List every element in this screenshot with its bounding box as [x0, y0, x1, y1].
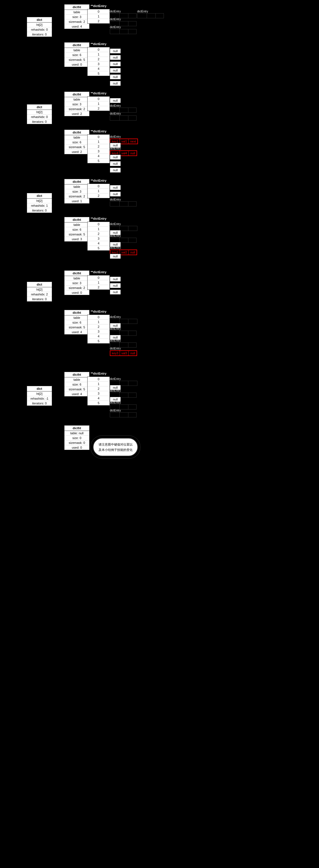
dict-title-7: dict	[27, 386, 52, 392]
dict7-row-1: ht[2]	[27, 392, 52, 396]
entry-ptr-2: 2	[88, 19, 109, 23]
ep5b-1: 1	[88, 227, 109, 231]
dict7-row-3: iterators: 0	[27, 401, 52, 406]
page-wrapper: dict ht[2] rehashidx: 0 iterators: 0 dic…	[0, 0, 319, 868]
de-cell: val1	[120, 319, 128, 323]
dictht6-row-3: sizemask: 2	[64, 286, 89, 290]
dictentry-s1-mid: dictEntry key2 val2 null	[110, 18, 136, 26]
dictht4-row-4: used: 2	[64, 150, 89, 154]
null-s2-0: null	[110, 49, 121, 54]
ep2-2: 2	[88, 57, 109, 62]
ep2-0: 0	[88, 47, 109, 52]
dictht7-row-4: used: 4	[64, 392, 89, 396]
dictentry-s3-bot: dictEntry key3 val3 null	[110, 112, 136, 121]
ep7-3: 3	[88, 391, 109, 396]
dictht5-title: dictht	[64, 179, 89, 184]
dictht7-title: dictht	[64, 372, 89, 377]
ep5b-4: 4	[88, 241, 109, 246]
dictht8-row-3: sizemask: 0	[64, 440, 89, 445]
de-cell: key2	[110, 22, 120, 26]
dictht4-title: dictht	[64, 130, 89, 135]
de-cell: null	[128, 331, 136, 335]
dictentry-s5b-2: dictEntry key4 val4 null	[110, 234, 136, 243]
de-cell: key3	[110, 412, 120, 417]
ep3-0: 0	[88, 97, 109, 101]
dictentry-s7-0: dictEntry key1 val1 next	[110, 377, 137, 386]
dict-row-3: iterators: 0	[27, 32, 52, 37]
null-s2-1: null	[110, 55, 121, 60]
entry-ptr-label-2: **dictEntry	[87, 42, 110, 45]
dictht6-row-1: table	[64, 276, 89, 281]
null-s5b-5: null	[110, 254, 121, 259]
dictht5-row-2: size: 3	[64, 189, 89, 194]
entry-ptr-label-7: **dictEntry	[87, 372, 110, 375]
dict-row-1: ht[2]	[27, 23, 52, 27]
ep6b-0: 0	[88, 315, 109, 320]
null-s4-3: null	[110, 155, 121, 160]
de-cell: null	[129, 250, 136, 255]
dictht8-row-2: size: 0	[64, 436, 89, 440]
de-cell: val1	[120, 226, 128, 231]
dictht3-row-4: used: 2	[64, 112, 89, 116]
dictht7-row-2: size: 6	[64, 382, 89, 387]
dictht3-row-1: table	[64, 97, 89, 102]
null-s6-0: null	[110, 277, 121, 282]
ep4-0: 0	[88, 135, 109, 140]
dictht2-row-1: table	[64, 48, 89, 53]
dict-box-7: dict ht[2] rehashidx: -1 iterators: 0	[27, 386, 52, 406]
de-cell: next	[129, 139, 137, 144]
dictht-box-6: dictht table size: 3 sizemask: 2 used: 0	[64, 270, 90, 295]
de-cell: null	[128, 238, 136, 243]
dictentry-s6b-5: dictEntry key3 val3 null	[110, 347, 137, 356]
ep5b-5: 5	[88, 246, 109, 250]
dictentry-s1-bot: dictEntry key3 val3 null	[110, 26, 136, 34]
dictht8-row-1: table: null	[64, 431, 89, 436]
dict-row-2: rehashidx: 0	[27, 27, 52, 32]
entry-ptr-label-6: **dictEntry	[87, 270, 110, 274]
dict-box-3: dict ht[2] rehashidx: 0 iterators: 0	[27, 104, 52, 124]
entry-ptr-label-5: **dictEntry	[87, 179, 110, 182]
dictht-box-8: dictht table: null size: 0 sizemask: 0 u…	[64, 425, 90, 450]
de-cell: next	[128, 381, 137, 385]
dictentry-s7-2: dictEntry key4 val4 null	[110, 389, 136, 398]
dictentry-s5-2: dictEntry key3 val3 null	[110, 198, 136, 207]
de-cell: null	[128, 412, 136, 417]
dictht2-row-3: sizemask: 5	[64, 58, 89, 62]
dictht5b-row-1: table	[64, 222, 89, 227]
de-cell: val3	[120, 29, 128, 34]
null-s2-3: null	[110, 68, 121, 73]
dictht6b-row-4: used: 4	[64, 330, 89, 334]
entry-ptr-label-1: **dictEntry	[87, 4, 110, 8]
null-s4-4: null	[110, 161, 121, 166]
de-cell: null	[128, 202, 136, 206]
de-cell: val3	[120, 116, 128, 120]
null-s6-2: null	[110, 289, 121, 294]
de-cell: key2	[110, 405, 120, 409]
ep6-0: 0	[88, 275, 109, 280]
ep6b-2: 2	[88, 324, 109, 329]
ep4-2: 2	[88, 144, 109, 149]
dictht7-row-1: table	[64, 377, 89, 382]
ep5-1: 1	[88, 189, 109, 193]
ep7-2: 2	[88, 386, 109, 391]
ep7-0: 0	[88, 377, 109, 382]
de-cell: key3	[110, 116, 120, 120]
dictht7-row-3: sizemask: 5	[64, 387, 89, 392]
dict-title-1: dict	[27, 17, 52, 23]
ep7-4: 4	[88, 396, 109, 401]
de-cell: null	[129, 151, 136, 155]
dict6-row-1: ht[2]	[27, 287, 52, 292]
dictentry-s1-far: dictEntry key2 val2 null	[137, 10, 164, 18]
dictht6b-row-3: sizemask: 5	[64, 325, 89, 330]
entry-ptr-box-1: 0 1 2	[87, 9, 110, 24]
de-cell: key3	[110, 202, 120, 206]
dictht4-row-3: sizemask: 5	[64, 145, 89, 150]
dictentry-s3-mid: dictEntry key2 val2 null	[110, 104, 136, 113]
de-cell: null	[156, 13, 164, 18]
de-cell: val2	[120, 405, 128, 409]
dict3-row-3: iterators: 0	[27, 119, 52, 124]
dictentry-s6b-0: dictEntry key1 val1 next	[110, 315, 137, 324]
entry-ptr-box-7: 0 1 2 3 4 5	[87, 376, 110, 406]
ep5b-0: 0	[88, 222, 109, 227]
dictht-box-3: dictht table size: 3 sizemask: 2 used: 2	[64, 92, 90, 116]
